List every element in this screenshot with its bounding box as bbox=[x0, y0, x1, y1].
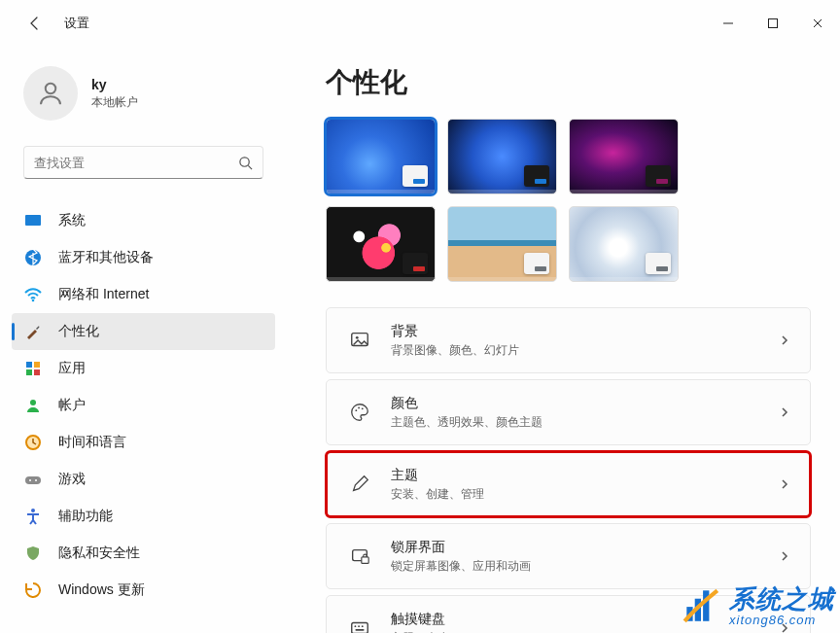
page-title: 个性化 bbox=[326, 64, 811, 101]
sidebar-item-label: 蓝牙和其他设备 bbox=[58, 249, 154, 266]
svg-line-4 bbox=[248, 165, 252, 169]
svg-point-21 bbox=[358, 407, 360, 409]
setting-title: 背景 bbox=[391, 323, 779, 340]
sidebar-item-account[interactable]: 帐户 bbox=[12, 387, 275, 424]
system-icon bbox=[23, 211, 43, 230]
chevron-right-icon bbox=[779, 406, 790, 418]
sidebar-item-update[interactable]: Windows 更新 bbox=[12, 572, 275, 609]
svg-point-12 bbox=[30, 400, 36, 405]
accessibility-icon bbox=[23, 507, 43, 526]
account-icon bbox=[23, 396, 43, 415]
svg-point-3 bbox=[240, 157, 249, 165]
minimize-button[interactable] bbox=[706, 8, 751, 39]
sidebar-item-label: 隐私和安全性 bbox=[58, 545, 140, 562]
sidebar-item-label: Windows 更新 bbox=[58, 581, 145, 599]
gaming-icon bbox=[23, 470, 43, 489]
sidebar-item-brush[interactable]: 个性化 bbox=[12, 313, 275, 350]
search-box[interactable] bbox=[23, 146, 263, 179]
sidebar-item-label: 游戏 bbox=[58, 471, 86, 488]
svg-point-2 bbox=[46, 84, 56, 94]
setting-sub: 安装、创建、管理 bbox=[391, 486, 779, 503]
setting-sub: 主题、大小 bbox=[391, 630, 779, 634]
svg-rect-24 bbox=[362, 557, 368, 563]
sidebar-item-label: 应用 bbox=[58, 360, 86, 377]
watermark: 系统之城 xitong86.com bbox=[681, 582, 834, 627]
sidebar-item-label: 网络和 Internet bbox=[58, 286, 149, 303]
sidebar-item-label: 帐户 bbox=[58, 397, 86, 414]
watermark-logo-icon bbox=[681, 584, 721, 625]
sidebar-item-system[interactable]: 系统 bbox=[12, 202, 275, 239]
svg-rect-1 bbox=[769, 19, 778, 28]
svg-point-19 bbox=[356, 336, 359, 339]
theme-thumbnail[interactable] bbox=[447, 119, 557, 194]
setting-row-picture[interactable]: 背景背景图像、颜色、幻灯片 bbox=[326, 307, 811, 373]
theme-preview-window bbox=[524, 253, 549, 274]
avatar bbox=[23, 66, 78, 121]
theme-preview-window bbox=[402, 165, 428, 187]
close-button[interactable] bbox=[795, 8, 840, 39]
profile-name: ky bbox=[91, 77, 138, 92]
lock-icon bbox=[346, 545, 373, 567]
theme-preview-window bbox=[402, 253, 428, 274]
svg-point-22 bbox=[362, 407, 364, 409]
sidebar-item-accessibility[interactable]: 辅助功能 bbox=[12, 498, 275, 535]
setting-row-pen[interactable]: 主题安装、创建、管理 bbox=[326, 451, 811, 517]
sidebar-item-wifi[interactable]: 网络和 Internet bbox=[12, 276, 275, 313]
sidebar-item-apps[interactable]: 应用 bbox=[12, 350, 275, 387]
sidebar-item-gaming[interactable]: 游戏 bbox=[12, 461, 275, 498]
sidebar-item-bluetooth[interactable]: 蓝牙和其他设备 bbox=[12, 239, 275, 276]
setting-sub: 锁定屏幕图像、应用和动画 bbox=[391, 558, 779, 575]
profile-block[interactable]: ky 本地帐户 bbox=[12, 47, 275, 142]
watermark-sub: xitong86.com bbox=[729, 613, 816, 627]
picture-icon bbox=[346, 330, 373, 351]
setting-row-lock[interactable]: 锁屏界面锁定屏幕图像、应用和动画 bbox=[326, 523, 811, 589]
setting-sub: 主题色、透明效果、颜色主题 bbox=[391, 414, 779, 431]
svg-point-17 bbox=[31, 509, 35, 512]
svg-point-7 bbox=[32, 299, 35, 302]
svg-point-20 bbox=[355, 409, 357, 411]
setting-title: 主题 bbox=[391, 467, 779, 484]
svg-rect-10 bbox=[26, 369, 32, 375]
maximize-button[interactable] bbox=[751, 8, 795, 39]
setting-row-palette[interactable]: 颜色主题色、透明效果、颜色主题 bbox=[326, 379, 811, 445]
pen-icon bbox=[346, 474, 373, 495]
svg-rect-5 bbox=[25, 215, 41, 226]
sidebar-item-label: 辅助功能 bbox=[58, 508, 113, 525]
sidebar-item-label: 个性化 bbox=[58, 323, 99, 340]
sidebar: ky 本地帐户 系统蓝牙和其他设备网络和 Internet个性化应用帐户时间和语… bbox=[0, 47, 287, 633]
theme-preview-window bbox=[646, 253, 671, 274]
search-icon bbox=[238, 156, 253, 170]
theme-thumbnail[interactable] bbox=[447, 206, 557, 282]
chevron-right-icon bbox=[779, 334, 790, 346]
apps-icon bbox=[23, 359, 43, 378]
sidebar-item-time[interactable]: 时间和语言 bbox=[12, 424, 275, 461]
svg-rect-14 bbox=[25, 476, 41, 484]
bluetooth-icon bbox=[23, 248, 43, 267]
svg-rect-11 bbox=[34, 369, 40, 375]
theme-thumbnail[interactable] bbox=[569, 119, 679, 194]
chevron-right-icon bbox=[779, 478, 790, 490]
sidebar-item-privacy[interactable]: 隐私和安全性 bbox=[12, 535, 275, 572]
theme-grid bbox=[326, 119, 811, 282]
theme-thumbnail[interactable] bbox=[326, 119, 436, 194]
setting-title: 颜色 bbox=[391, 395, 779, 412]
svg-point-16 bbox=[35, 479, 37, 481]
setting-sub: 背景图像、颜色、幻灯片 bbox=[391, 342, 779, 359]
svg-point-15 bbox=[29, 479, 31, 481]
sidebar-item-label: 系统 bbox=[58, 212, 86, 229]
keyboard-icon bbox=[346, 617, 373, 633]
search-input[interactable] bbox=[34, 156, 238, 170]
svg-rect-9 bbox=[34, 362, 40, 368]
theme-preview-window bbox=[646, 165, 671, 187]
back-button[interactable] bbox=[23, 12, 47, 35]
profile-sub: 本地帐户 bbox=[91, 94, 138, 111]
theme-thumbnail[interactable] bbox=[326, 206, 436, 282]
setting-title: 锁屏界面 bbox=[391, 539, 779, 556]
chevron-right-icon bbox=[779, 550, 790, 562]
svg-rect-8 bbox=[26, 362, 32, 368]
theme-preview-window bbox=[524, 165, 549, 187]
time-icon bbox=[23, 433, 43, 452]
svg-rect-25 bbox=[352, 623, 368, 634]
theme-thumbnail[interactable] bbox=[569, 206, 679, 282]
svg-rect-32 bbox=[703, 590, 709, 621]
